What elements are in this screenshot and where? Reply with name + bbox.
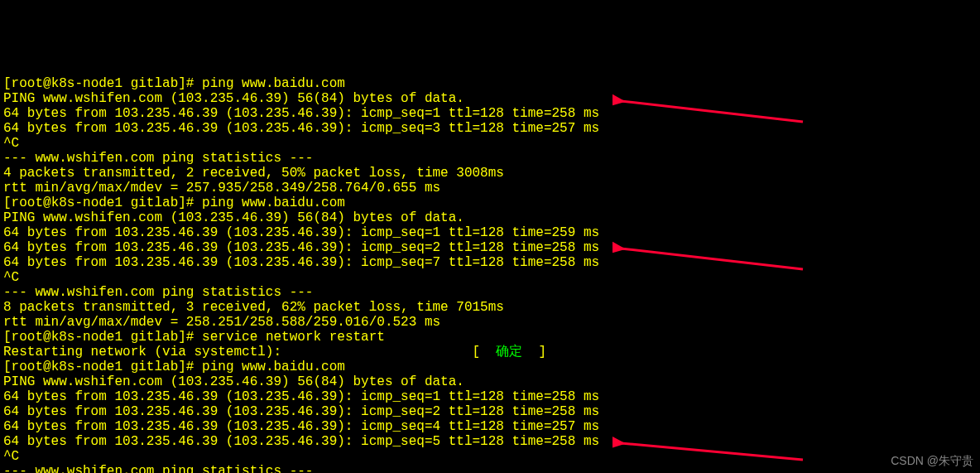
command-text: ping www.baidu.com [202, 76, 345, 91]
ping-summary: 8 packets transmitted, 3 received, 62% p… [3, 300, 504, 315]
prompt-user: root [12, 76, 43, 91]
ping-rtt: rtt min/avg/max/mdev = 258.251/258.588/2… [3, 315, 440, 330]
prompt-dir: gitlab [131, 330, 179, 345]
prompt-user: root [12, 195, 43, 210]
ping-stats-header: --- www.wshifen.com ping statistics --- [3, 151, 313, 166]
ctrl-c: ^C [3, 449, 19, 464]
ping-reply: 64 bytes from 103.235.46.39 (103.235.46.… [3, 419, 599, 434]
watermark-text: CSDN @朱守贵 [891, 453, 973, 468]
prompt-host: k8s-node1 [51, 76, 122, 91]
ping-header: PING www.wshifen.com (103.235.46.39) 56(… [3, 91, 464, 106]
ping-reply: 64 bytes from 103.235.46.39 (103.235.46.… [3, 121, 599, 136]
prompt-host: k8s-node1 [51, 195, 122, 210]
prompt-open: [ [3, 76, 12, 91]
ping-reply: 64 bytes from 103.235.46.39 (103.235.46.… [3, 225, 599, 240]
ping-header: PING www.wshifen.com (103.235.46.39) 56(… [3, 374, 464, 389]
prompt-dir: gitlab [131, 76, 179, 91]
ping-stats-header: --- www.wshifen.com ping statistics --- [3, 285, 313, 300]
ping-reply: 64 bytes from 103.235.46.39 (103.235.46.… [3, 434, 599, 449]
ctrl-c: ^C [3, 136, 19, 151]
prompt-line: [root@k8s-node1 gitlab]# service network… [3, 330, 385, 345]
command-text: service network restart [202, 330, 385, 345]
restart-ok: 确定 [496, 345, 522, 360]
prompt-line: [root@k8s-node1 gitlab]# ping www.baidu.… [3, 195, 345, 210]
ping-rtt: rtt min/avg/max/mdev = 257.935/258.349/2… [3, 181, 440, 195]
ping-header: PING www.wshifen.com (103.235.46.39) 56(… [3, 210, 464, 225]
prompt-user: root [12, 360, 43, 374]
ping-reply: 64 bytes from 103.235.46.39 (103.235.46.… [3, 240, 599, 255]
ping-reply: 64 bytes from 103.235.46.39 (103.235.46.… [3, 404, 599, 419]
restart-msg: Restarting network (via systemctl): [3, 345, 281, 360]
command-text: ping www.baidu.com [202, 360, 345, 374]
ping-reply: 64 bytes from 103.235.46.39 (103.235.46.… [3, 389, 599, 404]
prompt-dir: gitlab [131, 360, 179, 374]
restart-line: Restarting network (via systemctl): [ 确定… [3, 345, 546, 360]
terminal-output[interactable]: [root@k8s-node1 gitlab]# ping www.baidu.… [0, 60, 980, 473]
prompt-host: k8s-node1 [51, 330, 122, 345]
prompt-line: [root@k8s-node1 gitlab]# ping www.baidu.… [3, 76, 345, 91]
prompt-host: k8s-node1 [51, 360, 122, 374]
ctrl-c: ^C [3, 270, 19, 285]
ping-reply: 64 bytes from 103.235.46.39 (103.235.46.… [3, 106, 599, 121]
ping-summary: 4 packets transmitted, 2 received, 50% p… [3, 166, 504, 181]
prompt-dir: gitlab [131, 195, 179, 210]
prompt-line: [root@k8s-node1 gitlab]# ping www.baidu.… [3, 360, 345, 374]
ping-stats-header: --- www.wshifen.com ping statistics --- [3, 464, 313, 473]
ping-reply: 64 bytes from 103.235.46.39 (103.235.46.… [3, 255, 599, 270]
command-text: ping www.baidu.com [202, 195, 345, 210]
prompt-user: root [12, 330, 43, 345]
